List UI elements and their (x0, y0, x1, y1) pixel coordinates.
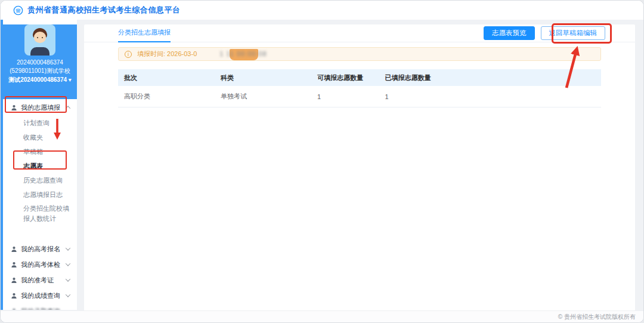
chevron-down-icon (66, 245, 70, 250)
person-icon (11, 308, 17, 310)
avatar (24, 24, 55, 56)
return-to-draft-button[interactable]: 退回草稿箱编辑 (541, 26, 606, 40)
sidebar-item-plan-query[interactable]: 计划查询 (3, 116, 77, 130)
sidebar-group-score-query[interactable]: 我的成绩查询 (3, 288, 77, 303)
sidebar-submenu: 计划查询 收藏夹 草稿箱 志愿表 历史志愿查询 志愿填报日志 分类招生院校填报人… (3, 116, 77, 226)
person-icon (11, 293, 17, 299)
top-bar: 贵州省普通高校招生考试考生综合信息平台 (1, 1, 643, 20)
sidebar-group-physical-exam[interactable]: 我的高考体检 (3, 257, 77, 272)
page-title: 贵州省普通高校招生考试考生综合信息平台 (27, 5, 181, 16)
sidebar-item-history-query[interactable]: 历史志愿查询 (3, 173, 77, 187)
table-header-row: 批次 科类 可填报志愿数量 已填报志愿数量 (118, 69, 601, 86)
chevron-down-icon (66, 261, 70, 266)
volunteer-batch-table: 批次 科类 可填报志愿数量 已填报志愿数量 高职分类 单独考试 1 1 (118, 69, 601, 107)
sidebar-group-label: 我的高考报名 (21, 245, 66, 254)
cell-filled-count: 1 (379, 93, 601, 100)
preview-volunteer-form-button[interactable]: 志愿表预览 (484, 26, 535, 40)
sidebar-group-admission-ticket[interactable]: 我的准考证 (3, 272, 77, 288)
menu-spacer (3, 226, 77, 241)
sidebar-item-drafts[interactable]: 草稿箱 (3, 144, 77, 159)
sidebar-item-favorites[interactable]: 收藏夹 (3, 130, 77, 144)
app-window: 贵州省普通高校招生考试考生综合信息平台 20240000486374 (5298… (0, 0, 644, 323)
cell-batch: 高职分类 (118, 92, 215, 101)
user-school: (5298011001)测试学校 (3, 67, 77, 75)
person-icon (11, 104, 17, 111)
sidebar-group-label: 我的成绩查询 (21, 291, 66, 300)
cell-fillable-count: 1 (311, 93, 379, 100)
page-body: 20240000486374 (5298011001)测试学校 测试202400… (1, 20, 643, 323)
cell-category: 单独考试 (215, 92, 311, 101)
sidebar-group-volunteer[interactable]: 我的志愿填报 (3, 99, 77, 116)
person-icon (11, 246, 17, 253)
sidebar-group-label: 我的高考体检 (21, 260, 66, 269)
platform-logo-icon (13, 5, 23, 16)
fill-time-alert: i 填报时间: 2026-03-0 1 11 00:00:08 (118, 47, 601, 61)
user-panel: 20240000486374 (5298011001)测试学校 测试202400… (3, 24, 77, 99)
sidebar-group-cutoff[interactable]: 我的录取查询 (3, 303, 77, 310)
card-header: 分类招生志愿填报 志愿表预览 退回草稿箱编辑 (84, 24, 635, 42)
column-header-batch: 批次 (118, 73, 215, 82)
chevron-up-icon (66, 106, 70, 110)
sidebar-group-label: 我的录取查询 (21, 307, 70, 310)
person-icon (11, 277, 17, 284)
sidebar-item-volunteer-form[interactable]: 志愿表 (3, 159, 77, 173)
main-area: 分类招生志愿填报 志愿表预览 退回草稿箱编辑 i 填报时间: 2026-03-0… (77, 20, 643, 323)
copyright-footer: © 贵州省招生考试院版权所有 (1, 310, 643, 322)
fill-time-redacted: 1 11 00:00:08 (219, 47, 267, 61)
sidebar-item-fill-log[interactable]: 志愿填报日志 (3, 187, 77, 202)
person-icon (11, 262, 17, 268)
header-actions: 志愿表预览 退回草稿箱编辑 (484, 26, 605, 40)
column-header-fillable-count: 可填报志愿数量 (311, 73, 379, 82)
column-header-filled-count: 已填报志愿数量 (379, 73, 601, 82)
content-card: 分类招生志愿填报 志愿表预览 退回草稿箱编辑 i 填报时间: 2026-03-0… (84, 24, 635, 311)
chevron-down-icon (66, 292, 70, 297)
column-header-category: 科类 (215, 73, 311, 82)
table-row: 高职分类 单独考试 1 1 (118, 86, 601, 107)
sidebar-group-label: 我的志愿填报 (21, 103, 66, 112)
sidebar: 20240000486374 (5298011001)测试学校 测试202400… (1, 20, 77, 310)
chevron-down-icon (66, 276, 70, 281)
user-id: 20240000486374 (3, 59, 77, 67)
sidebar-menu: 我的志愿填报 计划查询 收藏夹 草稿箱 志愿表 历史志愿查询 志愿填报日志 分类… (3, 99, 77, 310)
fill-time-text: 填报时间: 2026-03-0 (137, 50, 197, 59)
sidebar-item-fill-stats[interactable]: 分类招生院校填报人数统计 (3, 202, 77, 226)
sidebar-group-gaokao-signup[interactable]: 我的高考报名 (3, 241, 77, 257)
sidebar-group-label: 我的准考证 (21, 276, 66, 285)
info-icon: i (125, 51, 132, 58)
user-dropdown[interactable]: 测试20240000486374 ▾ (3, 75, 77, 84)
tab-classified-volunteer[interactable]: 分类招生志愿填报 (118, 24, 171, 42)
